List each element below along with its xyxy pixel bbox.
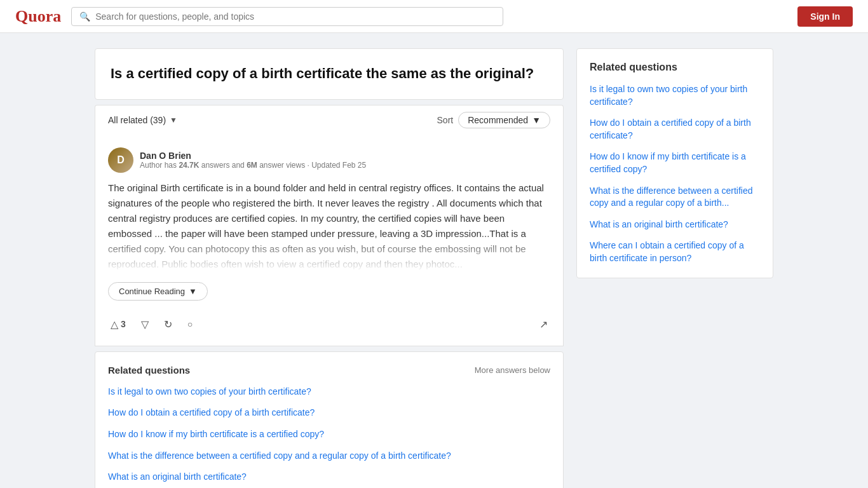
avatar-image: D [108,147,133,173]
all-related-label: All related (39) [108,115,166,125]
list-item: Is it legal to own two copies of your bi… [590,83,760,108]
continue-reading-button[interactable]: Continue Reading ▼ [108,282,208,301]
related-link-1[interactable]: Is it legal to own two copies of your bi… [108,386,311,396]
sidebar-link-6[interactable]: Where can I obtain a certified copy of a… [590,240,744,263]
related-list: Is it legal to own two copies of your bi… [108,386,550,484]
sidebar-link-1[interactable]: Is it legal to own two copies of your bi… [590,84,747,107]
sort-value: Recommended [468,115,528,125]
related-link-5[interactable]: What is an original birth certificate? [108,471,247,482]
author-row: D Dan O Brien Author has 24.7K answers a… [108,147,550,173]
author-name[interactable]: Dan O Brien [140,151,366,161]
share-icon [539,318,548,330]
sort-chevron-icon: ▼ [532,115,541,125]
comment-button[interactable] [185,316,195,332]
sidebar-link-5[interactable]: What is an original birth certificate? [590,219,728,229]
sidebar-card: Related questions Is it legal to own two… [576,48,773,278]
sidebar-title: Related questions [590,62,760,73]
share-button[interactable] [537,316,550,333]
sidebar: Related questions Is it legal to own two… [576,48,773,488]
related-link-2[interactable]: How do I obtain a certified copy of a bi… [108,407,315,417]
sidebar-list: Is it legal to own two copies of your bi… [590,83,760,265]
downvote-button[interactable] [139,316,151,333]
answer-card: D Dan O Brien Author has 24.7K answers a… [95,135,564,346]
header-right: Sign In [797,6,853,27]
sidebar-link-4[interactable]: What is the difference between a certifi… [590,186,753,208]
list-item: What is an original birth certificate? [590,219,760,231]
answers-toolbar: All related (39) ▼ Sort Recommended ▼ [95,105,564,135]
header: Quora 🔍 Sign In [0,0,868,33]
related-questions-title: Related questions [108,365,190,376]
quora-logo[interactable]: Quora [15,7,61,26]
related-link-4[interactable]: What is the difference between a certifi… [108,451,451,461]
comment-icon [187,319,193,329]
search-icon: 🔍 [79,11,90,22]
related-header: Related questions More answers below [108,365,550,376]
downvote-icon [141,318,149,330]
all-related-filter[interactable]: All related (39) ▼ [108,115,177,125]
answer-text-container: The original Birth certificate is in a b… [108,180,550,272]
related-link-3[interactable]: How do I know if my birth certificate is… [108,429,324,439]
continue-reading-label: Continue Reading [119,287,185,296]
list-item: What is an original birth certificate? [108,471,550,484]
list-item: How do I obtain a certified copy of a bi… [590,117,760,142]
list-item: Where can I obtain a certified copy of a… [590,240,760,264]
question-card: Is a certified copy of a birth certifica… [95,48,564,100]
sort-label: Sort [437,115,454,125]
answer-actions: 3 [108,311,550,333]
list-item: What is the difference between a certifi… [590,185,760,210]
more-answers-below-label: More answers below [475,365,550,375]
sort-dropdown[interactable]: Recommended ▼ [458,112,550,128]
sidebar-link-2[interactable]: How do I obtain a certified copy of a bi… [590,118,751,140]
chevron-down-icon: ▼ [170,116,177,125]
upvote-icon [111,318,118,330]
question-title: Is a certified copy of a birth certifica… [111,64,548,84]
list-item: Is it legal to own two copies of your bi… [108,386,550,398]
sidebar-link-3[interactable]: How do I know if my birth certificate is… [590,151,746,174]
list-item: How do I obtain a certified copy of a bi… [108,407,550,419]
avatar: D [108,147,133,173]
retry-button[interactable] [161,316,175,333]
sign-in-button[interactable]: Sign In [797,6,853,27]
upvote-button[interactable]: 3 [108,316,128,333]
continue-chevron-icon: ▼ [189,287,197,296]
page-layout: Is a certified copy of a birth certifica… [85,48,783,488]
search-bar: 🔍 [71,7,503,26]
upvote-count: 3 [121,319,126,329]
author-info: Dan O Brien Author has 24.7K answers and… [140,151,366,170]
retry-icon [164,318,172,330]
list-item: How do I know if my birth certificate is… [590,151,760,175]
main-content: Is a certified copy of a birth certifica… [95,48,564,488]
search-input[interactable] [95,11,495,22]
answer-text: The original Birth certificate is in a b… [108,180,550,272]
list-item: How do I know if my birth certificate is… [108,428,550,441]
list-item: What is the difference between a certifi… [108,450,550,463]
related-questions-inline: Related questions More answers below Is … [95,351,564,488]
author-meta: Author has 24.7K answers and 6M answer v… [140,161,366,170]
